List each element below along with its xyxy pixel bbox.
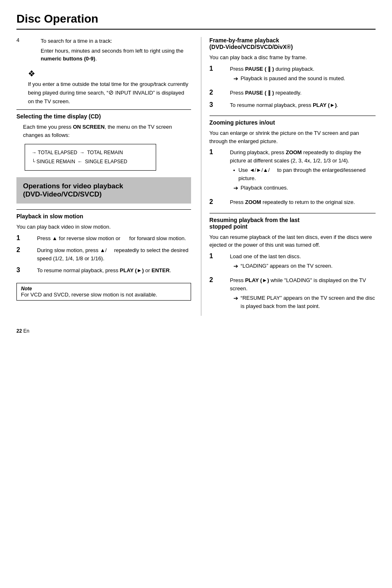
highlight-title: Operations for video playback (DVD-Video… (23, 182, 184, 199)
slow-step-3-content: To resume normal playback, press PLAY (►… (37, 266, 171, 275)
frame-step-3-content: To resume normal playback, press PLAY (►… (230, 101, 339, 109)
arrow-icon-3: ➔ (233, 262, 238, 271)
note-text: For VCD and SVCD, reverse slow motion is… (21, 292, 187, 298)
step-4-content: To search for a time in a track: Enter h… (41, 37, 191, 65)
tip-text: If you enter a time outside the total ti… (28, 80, 191, 106)
page-title: Disc Operation (16, 12, 376, 30)
resume-step-2-num: 2 (210, 276, 217, 312)
frame-step-3-num: 3 (210, 101, 217, 109)
step-4-detail: Enter hours, minutes and seconds from le… (41, 47, 191, 63)
right-column: Frame-by-frame playback (DVD-Video/VCD/S… (201, 37, 376, 316)
resume-header: Resuming playback from the last stopped … (210, 213, 376, 230)
diagram-row1: → TOTAL ELAPSED → TOTAL REMAIN (32, 148, 149, 157)
footer-lang: En (23, 328, 30, 334)
left-column: 4 To search for a time in a track: Enter… (16, 37, 191, 316)
slow-step-2-num: 2 (16, 246, 24, 262)
tip-block: ❖ If you enter a time outside the total … (28, 69, 191, 106)
frame-step-2-num: 2 (210, 89, 217, 97)
frame-playback-header: Frame-by-frame playback (DVD-Video/VCD/S… (210, 37, 376, 50)
step-4-text: To search for a time in a track: (41, 37, 191, 45)
slow-step-3-num: 3 (16, 266, 24, 275)
resume-step-2-arrow: ➔ “RESUME PLAY” appears on the TV screen… (233, 294, 376, 310)
slow-step-2: 2 During slow motion, press ▲/ During sl… (16, 246, 191, 262)
note-label: Note (21, 286, 187, 292)
zoom-step-1-num: 1 (210, 148, 217, 194)
slow-step-1-num: 1 (16, 234, 24, 243)
zoom-step-1-content: During playback, press ZOOM repeatedly t… (230, 148, 376, 194)
zoom-step-1-arrow: ➔ Playback continues. (233, 184, 376, 192)
step-4-number: 4 (16, 37, 25, 65)
two-column-layout: 4 To search for a time in a track: Enter… (16, 37, 376, 316)
frame-step-1: 1 Press PAUSE ( ‖ ) during playback. ➔ P… (210, 65, 376, 85)
slow-step-2-content: During slow motion, press ▲/ During slow… (37, 246, 191, 262)
frame-step-1-content: Press PAUSE ( ‖ ) during playback. ➔ Pla… (230, 65, 345, 85)
footer-page-number: 22 (16, 328, 22, 334)
page-footer: 22 En (16, 328, 376, 334)
frame-step-2-content: Press PAUSE ( ‖ ) repeatedly. (230, 89, 302, 97)
resume-intro: You can resume playback of the last ten … (210, 233, 376, 249)
intro-step: 4 To search for a time in a track: Enter… (16, 37, 191, 65)
zoom-step-2: 2 Press ZOOM repeatedly to return to the… (210, 198, 376, 206)
zoom-step-2-content: Press ZOOM repeatedly to return to the o… (230, 198, 355, 206)
section-slow-motion-header: Playback in slow motion (16, 209, 191, 220)
frame-step-2: 2 Press PAUSE ( ‖ ) repeatedly. (210, 89, 376, 97)
arrow-icon-2: ➔ (233, 184, 238, 192)
slow-step-1-content: Press ▲ for reverse slow motion or for f… (37, 234, 186, 243)
time-diagram: → TOTAL ELAPSED → TOTAL REMAIN └ SINGLE … (25, 144, 156, 171)
frame-step-3: 3 To resume normal playback, press PLAY … (210, 101, 376, 109)
note-box: Note For VCD and SVCD, reverse slow moti… (16, 283, 191, 301)
section-time-display-header: Selecting the time display (CD) (16, 109, 191, 120)
zoom-bullet-text: Use ◄/►/▲/ to pan through the enlarged/l… (238, 166, 376, 182)
diagram-total-elapsed: → TOTAL ELAPSED (32, 148, 77, 157)
resume-step-1: 1 Load one of the last ten discs. ➔ “LOA… (210, 252, 376, 273)
bullet-dot: • (233, 167, 235, 175)
page-container: Disc Operation 4 To search for a time in… (0, 0, 392, 588)
slow-step-1: 1 Press ▲ for reverse slow motion or for… (16, 234, 191, 243)
frame-step-1-num: 1 (210, 65, 217, 85)
frame-playback-intro: You can play back a disc frame by frame. (210, 53, 376, 62)
invalid-icon: ⊘ (108, 89, 114, 96)
slow-step-3: 3 To resume normal playback, press PLAY … (16, 266, 191, 275)
diagram-single-elapsed: SINGLE ELAPSED (85, 157, 127, 167)
highlight-box: Operations for video playback (DVD-Video… (16, 177, 191, 204)
resume-step-1-content: Load one of the last ten discs. ➔ “LOADI… (230, 252, 333, 273)
frame-step-1-arrow: ➔ Playback is paused and the sound is mu… (233, 74, 345, 83)
resume-step-1-num: 1 (210, 252, 217, 273)
section-time-display-intro: Each time you press ON SCREEN, the menu … (23, 123, 191, 139)
diagram-arrow1: → (80, 148, 85, 157)
diagram-single-remain: └ SINGLE REMAIN (32, 157, 75, 167)
zoom-bullet: • Use ◄/►/▲/ to pan through the enlarged… (233, 166, 376, 182)
resume-step-2-content: Press PLAY (►) while "LOADING" is displa… (230, 276, 376, 312)
zoom-intro: You can enlarge or shrink the picture on… (210, 129, 376, 145)
tip-icon: ❖ (28, 69, 191, 79)
diagram-total-remain: TOTAL REMAIN (87, 148, 123, 157)
zoom-step-2-num: 2 (210, 198, 217, 206)
resume-step-2: 2 Press PLAY (►) while "LOADING" is disp… (210, 276, 376, 312)
diagram-arrow2: ← (78, 157, 83, 167)
section-slow-motion-intro: You can play back video in slow motion. (16, 223, 191, 231)
arrow-icon-1: ➔ (233, 74, 238, 83)
diagram-row2: └ SINGLE REMAIN ← SINGLE ELAPSED (32, 157, 149, 167)
zoom-step-1: 1 During playback, press ZOOM repeatedly… (210, 148, 376, 194)
zoom-header: Zooming pictures in/out (210, 116, 376, 126)
arrow-icon-4: ➔ (233, 294, 238, 303)
resume-step-1-arrow: ➔ “LOADING” appears on the TV screen. (233, 262, 333, 271)
